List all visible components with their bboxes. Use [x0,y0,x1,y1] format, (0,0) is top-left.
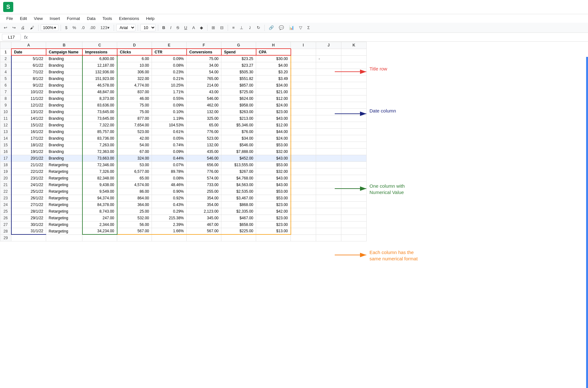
cell-b7[interactable]: Branding [46,88,82,95]
cell-e27[interactable]: 2.39% [152,221,187,228]
cell-j16[interactable] [316,148,341,155]
cell-b28[interactable]: Retargeting [46,228,82,234]
number-format-button[interactable]: 123▾ [99,24,111,31]
cell-d17[interactable]: 324.00 [117,155,152,161]
cell-h22[interactable]: $53.00 [256,188,291,195]
cell-f21[interactable]: 733.00 [187,181,221,188]
cell-i27[interactable] [291,221,316,228]
cell-k11[interactable] [341,115,367,122]
cell-g6[interactable]: $857.00 [221,82,256,88]
bold-button[interactable]: B [160,24,167,31]
menu-view[interactable]: View [31,15,46,22]
cell-j5[interactable] [316,75,341,82]
cell-i12[interactable] [291,122,316,128]
cell-b6[interactable]: Branding [46,82,82,88]
cell-g5[interactable]: $551.82 [221,75,256,82]
cell-c9[interactable]: 83,636.00 [82,102,117,108]
redo-button[interactable]: ↪ [10,24,18,31]
cell-b16[interactable]: Branding [46,148,82,155]
cell-e5[interactable]: 0.21% [152,75,187,82]
cell-e8[interactable]: 0.55% [152,95,187,102]
cell-f27[interactable]: 467.00 [187,221,221,228]
cell-k18[interactable] [341,161,367,168]
col-header-i[interactable]: I [291,42,316,49]
cell-f15[interactable]: 132.00 [187,142,221,148]
cell-c25[interactable]: 8,743.00 [82,208,117,215]
menu-data[interactable]: Data [84,15,99,22]
cell-a10[interactable]: 13/1/22 [11,108,46,115]
cell-h3[interactable]: $4.00 [256,62,291,69]
cell-e2[interactable]: 0.09% [152,55,187,62]
cell-e6[interactable]: 10.25% [152,82,187,88]
cell-c7[interactable]: 48,847.00 [82,88,117,95]
cell-j21[interactable] [316,181,341,188]
cell-b21[interactable]: Retargeting [46,181,82,188]
cell-c3[interactable]: 12,187.00 [82,62,117,69]
cell-j22[interactable] [316,188,341,195]
cell-k28[interactable] [341,228,367,234]
cell-d24[interactable]: 364.00 [117,201,152,208]
decimal-less-button[interactable]: .0 [79,24,87,31]
cell-f28[interactable]: 567.00 [187,228,221,234]
percent-button[interactable]: % [70,24,78,31]
cell-j10[interactable] [316,108,341,115]
cell-h18[interactable]: $53.00 [256,161,291,168]
strikethrough-button[interactable]: S [175,24,181,31]
cell-b5[interactable]: Branding [46,75,82,82]
cell-e28[interactable]: 1.66% [152,228,187,234]
col-header-k[interactable]: K [341,42,367,49]
paint-format-button[interactable]: 🖌 [28,24,36,31]
cell-b12[interactable]: Branding [46,122,82,128]
cell-a15[interactable]: 18/1/22 [11,142,46,148]
cell-c22[interactable]: 9,549.00 [82,188,117,195]
cell-i14[interactable] [291,135,316,142]
cell-j23[interactable] [316,195,341,201]
cell-i11[interactable] [291,115,316,122]
cell-a9[interactable]: 12/1/22 [11,102,46,108]
cell-a28[interactable]: 31/1/22 [11,228,46,234]
cell-e11[interactable]: 1.19% [152,115,187,122]
cell-c19[interactable]: 7,326.00 [82,168,117,175]
cell-f23[interactable]: 354.00 [187,195,221,201]
undo-button[interactable]: ↩ [2,24,9,31]
cell-i8[interactable] [291,95,316,102]
menu-edit[interactable]: Edit [17,15,30,22]
col-header-a[interactable]: A [11,42,46,49]
cell-f14[interactable]: 523.00 [187,135,221,142]
cell-k22[interactable] [341,188,367,195]
cell-b23[interactable]: Retargeting [46,195,82,201]
cell-i25[interactable] [291,208,316,215]
cell-d13[interactable]: 523.00 [117,128,152,135]
cell-g3[interactable]: $23.27 [221,62,256,69]
cell-i23[interactable] [291,195,316,201]
cell-i1[interactable] [291,49,316,55]
cell-c28[interactable]: 34,234.00 [82,228,117,234]
cell-h6[interactable]: $34.00 [256,82,291,88]
cell-d1[interactable]: Clicks [117,49,152,55]
cell-g21[interactable]: $4,563.00 [221,181,256,188]
cell-g25[interactable]: $2,335.00 [221,208,256,215]
col-header-h[interactable]: H [256,42,291,49]
cell-d14[interactable]: 42.00 [117,135,152,142]
cell-k26[interactable] [341,215,367,221]
cell-e21[interactable]: 48.46% [152,181,187,188]
menu-help[interactable]: Help [143,15,158,22]
cell-k9[interactable] [341,102,367,108]
cell-g7[interactable]: $725.00 [221,88,256,95]
cell-e13[interactable]: 0.61% [152,128,187,135]
cell-a18[interactable]: 21/1/22 [11,161,46,168]
cell-e20[interactable]: 0.08% [152,175,187,181]
cell-g16[interactable]: $7,888.00 [221,148,256,155]
cell-col0-29[interactable] [11,234,46,241]
cell-h23[interactable]: $53.00 [256,195,291,201]
cell-g20[interactable]: $4,768.00 [221,175,256,181]
cell-e7[interactable]: 1.71% [152,88,187,95]
cell-d19[interactable]: 6,577.00 [117,168,152,175]
cell-a1[interactable]: Date [11,49,46,55]
comment-button[interactable]: 💬 [277,24,286,31]
cell-b18[interactable]: Retargeting [46,161,82,168]
cell-f3[interactable]: 34.00 [187,62,221,69]
cell-i16[interactable] [291,148,316,155]
cell-h25[interactable]: $42.00 [256,208,291,215]
wrap-button[interactable]: ⤸ [246,24,254,31]
